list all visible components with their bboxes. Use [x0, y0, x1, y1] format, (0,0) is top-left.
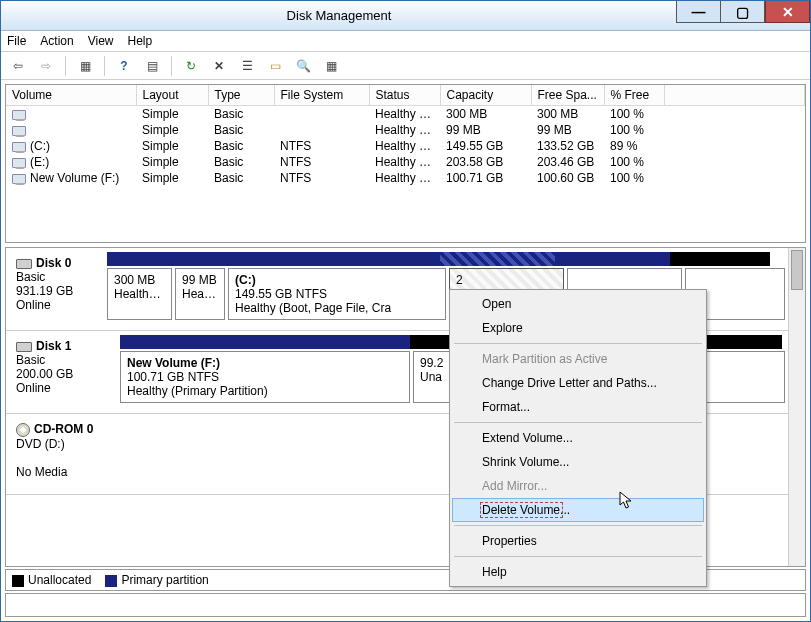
properties-icon[interactable]: ▤ — [141, 55, 163, 77]
menu-action[interactable]: Action — [40, 34, 73, 48]
column-header[interactable]: Volume — [6, 85, 136, 106]
menu-item-mark-partition-as-active: Mark Partition as Active — [452, 347, 704, 371]
list-icon[interactable]: ▦ — [320, 55, 342, 77]
minimize-button[interactable]: — — [676, 1, 721, 23]
menu-item-extend-volume[interactable]: Extend Volume... — [452, 426, 704, 450]
volume-row[interactable]: (E:)SimpleBasicNTFSHealthy (B...203.58 G… — [6, 154, 805, 170]
volume-row[interactable]: SimpleBasicHealthy (R...300 MB300 MB100 … — [6, 106, 805, 123]
settings-icon[interactable]: ☰ — [236, 55, 258, 77]
close-button[interactable]: ✕ — [765, 1, 810, 23]
volume-row[interactable]: (C:)SimpleBasicNTFSHealthy (B...149.55 G… — [6, 138, 805, 154]
disk-info[interactable]: Disk 0Basic931.19 GBOnline — [6, 248, 107, 330]
titlebar: Disk Management — ▢ ✕ — [1, 1, 810, 31]
search-icon[interactable]: 🔍 — [292, 55, 314, 77]
legend-primary: Primary partition — [105, 573, 208, 587]
cursor-icon — [619, 491, 635, 511]
volume-header-row: VolumeLayoutTypeFile SystemStatusCapacit… — [6, 85, 805, 106]
show-hide-button[interactable]: ▦ — [74, 55, 96, 77]
context-menu: OpenExploreMark Partition as ActiveChang… — [449, 289, 707, 587]
forward-button[interactable]: ⇨ — [35, 55, 57, 77]
statusbar — [5, 593, 806, 617]
menubar: FileActionViewHelp — [1, 31, 810, 52]
column-header[interactable]: Status — [369, 85, 440, 106]
menu-view[interactable]: View — [88, 34, 114, 48]
menu-item-open[interactable]: Open — [452, 292, 704, 316]
partition-box[interactable]: 99 MBHealthy ( — [175, 268, 225, 320]
menu-item-change-drive-letter-and-paths[interactable]: Change Drive Letter and Paths... — [452, 371, 704, 395]
toolbar: ⇦ ⇨ ▦ ? ▤ ↻ ✕ ☰ ▭ 🔍 ▦ — [1, 52, 810, 80]
menu-item-help[interactable]: Help — [452, 560, 704, 584]
window-title: Disk Management — [1, 8, 677, 23]
partition-box[interactable]: 300 MBHealthy (Re — [107, 268, 172, 320]
menu-item-add-mirror: Add Mirror... — [452, 474, 704, 498]
legend-unallocated: Unallocated — [12, 573, 91, 587]
menu-item-shrink-volume[interactable]: Shrink Volume... — [452, 450, 704, 474]
folder-icon[interactable]: ▭ — [264, 55, 286, 77]
column-header[interactable]: Free Spa... — [531, 85, 604, 106]
column-header[interactable]: % Free — [604, 85, 664, 106]
maximize-button[interactable]: ▢ — [720, 1, 765, 23]
menu-file[interactable]: File — [7, 34, 26, 48]
menu-help[interactable]: Help — [128, 34, 153, 48]
menu-item-explore[interactable]: Explore — [452, 316, 704, 340]
window-buttons: — ▢ ✕ — [677, 1, 810, 30]
column-header[interactable]: File System — [274, 85, 369, 106]
volume-list: VolumeLayoutTypeFile SystemStatusCapacit… — [5, 84, 806, 243]
help-icon[interactable]: ? — [113, 55, 135, 77]
column-header[interactable]: Capacity — [440, 85, 531, 106]
menu-item-properties[interactable]: Properties — [452, 529, 704, 553]
partition-box[interactable]: New Volume (F:)100.71 GB NTFSHealthy (Pr… — [120, 351, 410, 403]
refresh-icon[interactable]: ↻ — [180, 55, 202, 77]
column-header[interactable]: Type — [208, 85, 274, 106]
scrollbar-vertical[interactable] — [788, 248, 805, 566]
menu-item-format[interactable]: Format... — [452, 395, 704, 419]
volume-row[interactable]: New Volume (F:)SimpleBasicNTFSHealthy (P… — [6, 170, 805, 186]
back-button[interactable]: ⇦ — [7, 55, 29, 77]
partition-box[interactable]: (C:)149.55 GB NTFSHealthy (Boot, Page Fi… — [228, 268, 446, 320]
disk-info[interactable]: CD-ROM 0DVD (D:)No Media — [6, 414, 126, 494]
menu-item-delete-volume[interactable]: Delete Volume... — [452, 498, 704, 522]
delete-icon[interactable]: ✕ — [208, 55, 230, 77]
column-header[interactable]: Layout — [136, 85, 208, 106]
volume-row[interactable]: SimpleBasicHealthy (E...99 MB99 MB100 % — [6, 122, 805, 138]
disk-info[interactable]: Disk 1Basic200.00 GBOnline — [6, 331, 120, 413]
